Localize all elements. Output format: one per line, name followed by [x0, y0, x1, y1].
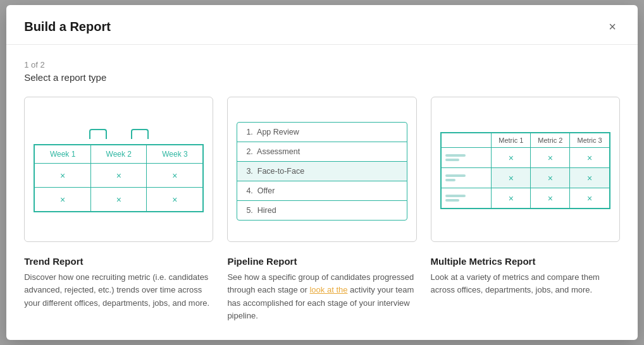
pipeline-stage-2: 2. Assessment	[237, 142, 407, 162]
metrics-cell-shaded: ×	[531, 168, 570, 188]
metrics-cell: ×	[531, 188, 570, 209]
report-cards-container: Week 1 Week 2 Week 3 × × ×	[24, 97, 620, 242]
clip-left	[89, 129, 107, 139]
trend-cell: ×	[91, 188, 147, 212]
metrics-cell: ×	[492, 148, 531, 168]
trend-cell: ×	[147, 188, 203, 212]
trend-desc-text: Discover how one recruiting metric (i.e.…	[24, 271, 213, 309]
pipeline-stage-4: 4. Offer	[237, 181, 407, 201]
clip-right	[131, 129, 149, 139]
metrics-illustration: Metric 1 Metric 2 Metric 3	[440, 132, 610, 209]
metrics-cell-shaded: ×	[492, 168, 531, 188]
line	[445, 195, 466, 197]
trend-cell: ×	[91, 164, 147, 188]
modal-overlay: Build a Report × 1 of 2 Select a report …	[0, 0, 644, 345]
section-title: Select a report type	[24, 72, 620, 83]
pipeline-illustration: 1. App Review 2. Assessment 3. Face-to-F…	[237, 122, 407, 220]
trend-illustration: Week 1 Week 2 Week 3 × × ×	[34, 129, 204, 212]
pipeline-report-card[interactable]: 1. App Review 2. Assessment 3. Face-to-F…	[227, 97, 416, 242]
metrics-cell: ×	[531, 148, 570, 168]
trend-clips	[34, 129, 204, 139]
metrics-header-empty	[441, 133, 492, 148]
metrics-header-1: Metric 1	[492, 133, 531, 148]
modal-body: 1 of 2 Select a report type Week 1	[6, 45, 638, 340]
step-indicator: 1 of 2	[24, 60, 620, 70]
trend-cell: ×	[34, 188, 90, 212]
pipeline-desc-title: Pipeline Report	[227, 256, 416, 267]
metrics-cell: ×	[570, 188, 610, 209]
trend-desc-title: Trend Report	[24, 256, 213, 267]
trend-desc-col: Trend Report Discover how one recruiting…	[24, 256, 213, 322]
metrics-table: Metric 1 Metric 2 Metric 3	[440, 132, 610, 209]
metrics-desc-col: Multiple Metrics Report Look at a variet…	[431, 256, 620, 322]
metrics-cell: ×	[492, 188, 531, 209]
metrics-row-label-3	[441, 188, 492, 209]
line	[445, 199, 459, 202]
trend-cell: ×	[34, 164, 90, 188]
trend-cell: ×	[147, 164, 203, 188]
metrics-cell: ×	[570, 148, 610, 168]
metrics-report-card[interactable]: Metric 1 Metric 2 Metric 3	[431, 97, 620, 242]
line	[445, 174, 466, 177]
line	[445, 179, 455, 181]
pipeline-desc-link: look at the	[309, 285, 347, 294]
pipeline-desc-text: See how a specific group of candidates p…	[227, 271, 416, 322]
pipeline-stage-3: 3. Face-to-Face	[237, 161, 407, 181]
pipeline-stage-1: 1. App Review	[237, 122, 407, 142]
metrics-header-3: Metric 3	[570, 133, 610, 148]
metrics-row-label-2	[441, 168, 492, 188]
trend-col-3: Week 3	[147, 145, 203, 164]
build-report-modal: Build a Report × 1 of 2 Select a report …	[6, 5, 638, 340]
line	[445, 154, 466, 157]
pipeline-stage-5: 5. Hired	[237, 200, 407, 221]
trend-report-card[interactable]: Week 1 Week 2 Week 3 × × ×	[24, 97, 213, 242]
metrics-desc-text: Look at a variety of metrics and compare…	[431, 271, 620, 296]
trend-col-2: Week 2	[91, 145, 147, 164]
modal-header: Build a Report ×	[6, 5, 638, 45]
metrics-cell-shaded: ×	[570, 168, 610, 188]
modal-title: Build a Report	[24, 20, 111, 34]
line	[445, 159, 459, 161]
metrics-desc-title: Multiple Metrics Report	[431, 256, 620, 267]
metrics-header-2: Metric 2	[531, 133, 570, 148]
close-button[interactable]: ×	[605, 19, 620, 34]
metrics-row-label-1	[441, 148, 492, 168]
descriptions-container: Trend Report Discover how one recruiting…	[24, 256, 620, 322]
pipeline-desc-col: Pipeline Report See how a specific group…	[227, 256, 416, 322]
trend-table: Week 1 Week 2 Week 3 × × ×	[34, 144, 204, 212]
trend-col-1: Week 1	[34, 145, 90, 164]
